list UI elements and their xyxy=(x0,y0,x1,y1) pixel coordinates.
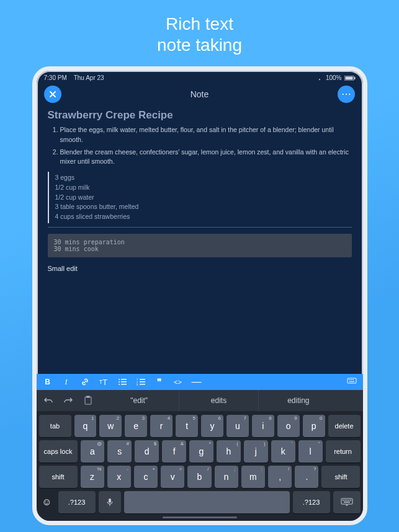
keyboard: tab q1w2e3r4t5y6u7i8o9p0 delete caps loc… xyxy=(37,411,363,521)
ingredient-line: 4 cups sliced strawberries xyxy=(55,212,352,222)
svg-point-7 xyxy=(119,384,120,385)
bullet-list-button[interactable] xyxy=(117,377,127,387)
dismiss-keyboard-button[interactable] xyxy=(347,376,357,386)
status-time: 7:30 PM xyxy=(44,74,67,81)
svg-rect-1 xyxy=(345,76,352,79)
ordered-steps: Place the eggs, milk water, melted butte… xyxy=(48,125,352,167)
list-item: Place the eggs, milk water, melted butte… xyxy=(60,125,352,145)
emoji-key[interactable]: ☺ xyxy=(39,491,55,513)
key-s[interactable]: s# xyxy=(107,440,132,463)
key-z[interactable]: z% xyxy=(81,466,104,488)
promo-l1: Rich text xyxy=(157,14,242,35)
key-u[interactable]: u7 xyxy=(226,415,249,437)
key-l[interactable]: l" xyxy=(298,440,323,463)
key-.[interactable]: .? xyxy=(295,466,318,488)
key-return[interactable]: return xyxy=(326,440,361,463)
more-button[interactable]: ⋯ xyxy=(338,86,355,103)
svg-point-3 xyxy=(119,379,120,380)
key-h[interactable]: h( xyxy=(217,440,241,463)
blockquote: 3 eggs 1/2 cup milk 1/2 cup water 3 tabl… xyxy=(48,172,352,223)
svg-rect-20 xyxy=(85,397,91,404)
svg-rect-14 xyxy=(140,384,145,385)
suggestion-word[interactable]: editing xyxy=(258,390,338,411)
key-o[interactable]: o9 xyxy=(277,415,300,437)
key-b[interactable]: b/ xyxy=(187,466,211,488)
key-shift-right[interactable]: shift xyxy=(321,466,360,488)
list-item: Blender the cream cheese, confectioners'… xyxy=(60,148,352,167)
key-j[interactable]: j) xyxy=(244,440,268,463)
plain-text: Small edit xyxy=(48,265,352,272)
key-,[interactable]: ,! xyxy=(268,466,292,488)
key-capslock[interactable]: caps lock xyxy=(39,440,78,463)
status-right: 100% xyxy=(316,74,356,81)
key-c[interactable]: c+ xyxy=(134,466,158,488)
key-tab[interactable]: tab xyxy=(39,415,71,437)
svg-rect-23 xyxy=(341,499,352,504)
key-p[interactable]: p0 xyxy=(303,415,325,437)
hide-keyboard-key[interactable] xyxy=(333,491,361,513)
key-k[interactable]: k' xyxy=(271,440,295,463)
key-y[interactable]: y6 xyxy=(201,415,223,437)
dictation-key[interactable] xyxy=(99,491,121,513)
horizontal-rule xyxy=(48,227,352,228)
svg-rect-22 xyxy=(109,499,111,503)
note-heading: Strawberry Crepe Recipe xyxy=(48,109,352,122)
bold-button[interactable]: B xyxy=(43,377,53,387)
device-frame: 7:30 PM Thu Apr 23 100% Note ⋯ Strawberr… xyxy=(32,66,367,525)
ingredient-line: 1/2 cup milk xyxy=(55,183,352,193)
link-button[interactable] xyxy=(80,377,90,387)
italic-button[interactable]: I xyxy=(61,377,71,387)
key-t[interactable]: t5 xyxy=(176,415,198,437)
key-delete[interactable]: delete xyxy=(328,415,361,437)
numbered-list-button[interactable]: 123 xyxy=(136,377,146,387)
suggestion-word[interactable]: edits xyxy=(179,390,258,411)
svg-rect-18 xyxy=(352,379,354,380)
key-v[interactable]: v= xyxy=(161,466,184,488)
svg-rect-12 xyxy=(140,381,145,383)
key-i[interactable]: i8 xyxy=(252,415,274,437)
note-content[interactable]: Strawberry Crepe Recipe Place the eggs, … xyxy=(37,108,363,374)
svg-text:3: 3 xyxy=(137,383,138,386)
key-q[interactable]: q1 xyxy=(74,415,97,437)
svg-rect-17 xyxy=(351,379,352,380)
clipboard-button[interactable] xyxy=(81,394,95,407)
svg-rect-19 xyxy=(349,381,354,382)
key-m[interactable]: m: xyxy=(241,466,265,488)
key-w[interactable]: w2 xyxy=(99,415,122,437)
key-n[interactable]: n; xyxy=(215,466,238,488)
key-shift-left[interactable]: shift xyxy=(39,466,78,488)
svg-rect-21 xyxy=(86,396,90,398)
key-g[interactable]: g* xyxy=(189,440,213,463)
ingredient-line: 3 table spoons butter, melted xyxy=(55,202,352,212)
status-date: Thu Apr 23 xyxy=(74,74,104,81)
dots-icon: ⋯ xyxy=(341,89,352,99)
key-a[interactable]: a@ xyxy=(81,440,105,463)
svg-rect-4 xyxy=(121,379,127,380)
battery-icon xyxy=(344,76,356,81)
quote-button[interactable]: ❞ xyxy=(155,377,164,387)
ingredient-line: 3 eggs xyxy=(55,173,352,183)
key-x[interactable]: x- xyxy=(107,466,131,488)
key-space[interactable] xyxy=(124,491,290,513)
nav-header: Note ⋯ xyxy=(37,83,363,108)
key-numsym-right[interactable]: .?123 xyxy=(293,491,330,513)
redo-button[interactable] xyxy=(61,394,75,407)
undo-button[interactable] xyxy=(42,394,55,407)
key-f[interactable]: f& xyxy=(162,440,186,463)
hr-button[interactable]: — xyxy=(192,377,202,387)
code-block: 30 mins preparation 30 mins cook xyxy=(48,234,352,257)
svg-rect-2 xyxy=(354,77,356,79)
key-numsym-left[interactable]: .?123 xyxy=(58,491,96,513)
svg-rect-16 xyxy=(349,379,350,380)
key-r[interactable]: r4 xyxy=(150,415,173,437)
key-e[interactable]: e3 xyxy=(125,415,147,437)
textsize-button[interactable]: TT xyxy=(99,377,109,387)
suggestion-word[interactable]: "edit" xyxy=(100,390,179,411)
svg-rect-25 xyxy=(344,500,346,501)
key-d[interactable]: d$ xyxy=(135,440,159,463)
format-toolbar: B I TT 123 ❞ <> — xyxy=(37,374,363,390)
close-button[interactable] xyxy=(44,86,61,103)
ingredient-line: 1/2 cup water xyxy=(55,193,352,203)
code-button[interactable]: <> xyxy=(173,377,183,387)
svg-rect-6 xyxy=(121,381,127,383)
